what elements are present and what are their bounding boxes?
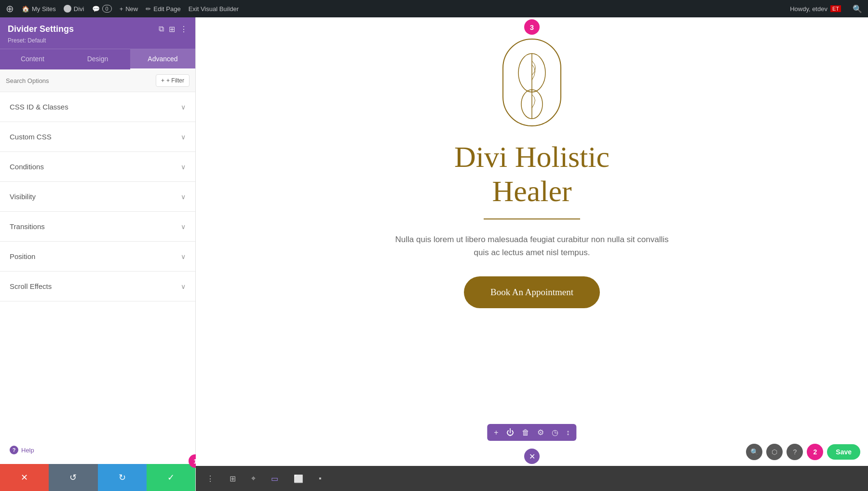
filter-button[interactable]: + + Filter [156, 74, 190, 87]
panel-title: Divider Settings [8, 24, 74, 34]
redo-button[interactable]: ↻ [98, 464, 147, 491]
my-sites-link[interactable]: 🏠 My Sites [22, 5, 56, 13]
accordion-transitions-header[interactable]: Transitions ∨ [0, 212, 195, 241]
redo-icon: ↻ [119, 472, 126, 483]
accordion-position-label: Position [10, 252, 35, 260]
logo-container [501, 37, 563, 130]
settings-section-button[interactable]: ⚙ [537, 428, 544, 437]
close-section-button[interactable]: ✕ [524, 449, 540, 464]
time-section-button[interactable]: ◷ [552, 428, 558, 437]
chevron-down-icon: ∨ [181, 193, 186, 201]
accordion-visibility-label: Visibility [10, 192, 36, 201]
howdy-text: Howdy, etdev ET [790, 5, 841, 13]
hero-title: Divi HolisticHealer [454, 140, 610, 209]
chevron-down-icon: ∨ [181, 103, 186, 111]
plus-icon: + [120, 5, 123, 13]
chevron-down-icon: ∨ [181, 253, 186, 260]
copy-icon[interactable]: ⧉ [159, 25, 164, 34]
comment-icon: 💬 [92, 5, 100, 13]
section-controls-container: ✕ + ⏻ 🗑 ⚙ ◷ ↕ [524, 449, 540, 466]
tab-design[interactable]: Design [65, 49, 130, 69]
accordion-scroll-effects: Scroll Effects ∨ [0, 272, 195, 301]
accordion-list: CSS ID & Classes ∨ Custom CSS ∨ Conditio… [0, 92, 195, 436]
cancel-button[interactable]: ✕ [0, 464, 49, 491]
page-canvas: 3 Divi HolisticHealer [196, 17, 868, 466]
accordion-css-id-label: CSS ID & Classes [10, 103, 68, 111]
cta-button[interactable]: Book An Appointment [464, 276, 600, 308]
power-section-button[interactable]: ⏻ [506, 428, 514, 437]
undo-button[interactable]: ↺ [49, 464, 97, 491]
accordion-css-id-header[interactable]: CSS ID & Classes ∨ [0, 92, 195, 122]
logo-svg [501, 37, 563, 128]
wp-logo-icon[interactable]: ⊕ [6, 3, 14, 14]
cancel-icon: ✕ [21, 472, 28, 483]
right-float-icons: 🔍 ⬡ ? 2 Save [746, 444, 860, 460]
chevron-down-icon: ∨ [181, 283, 186, 290]
tabs-row: Content Design Advanced [0, 49, 195, 69]
tab-content[interactable]: Content [0, 49, 65, 69]
divi-link[interactable]: Divi [64, 5, 84, 13]
content-area: 3 Divi HolisticHealer [196, 17, 868, 491]
accordion-visibility-header[interactable]: Visibility ∨ [0, 182, 195, 211]
user-flag-icon: ET [830, 5, 841, 12]
delete-section-button[interactable]: 🗑 [522, 428, 529, 437]
more-options-button[interactable]: ⋮ [203, 471, 217, 486]
search-float-button[interactable]: 🔍 [746, 444, 762, 460]
divi-icon [64, 5, 71, 13]
sites-icon: 🏠 [22, 5, 29, 13]
desktop-view-button[interactable]: ▭ [268, 471, 281, 486]
save-button[interactable]: Save [827, 444, 860, 460]
accordion-scroll-effects-header[interactable]: Scroll Effects ∨ [0, 272, 195, 301]
accordion-conditions-header[interactable]: Conditions ∨ [0, 152, 195, 181]
divider-line [484, 218, 580, 219]
accordion-transitions: Transitions ∨ [0, 212, 195, 242]
comments-link[interactable]: 💬 0 [92, 5, 112, 13]
badge-2: 2 [807, 444, 823, 460]
help-float-button[interactable]: ? [787, 444, 803, 460]
columns-icon[interactable]: ⊞ [169, 25, 175, 34]
main-layout: Divider Settings ⧉ ⊞ ⋮ Preset: Default C… [0, 17, 868, 491]
badge-3-container: 3 [524, 19, 540, 35]
filter-plus-icon: + [161, 77, 164, 84]
accordion-transitions-label: Transitions [10, 222, 45, 231]
help-label: Help [21, 447, 34, 454]
section-controls-bar: + ⏻ 🗑 ⚙ ◷ ↕ [487, 424, 576, 441]
hero-subtitle: Nulla quis lorem ut libero malesuada feu… [392, 233, 672, 259]
tablet-view-button[interactable]: ⬜ [291, 471, 306, 486]
search-page-button[interactable]: ⌖ [248, 471, 258, 486]
admin-search-icon[interactable]: 🔍 [853, 4, 862, 14]
preset-label: Preset: Default [8, 37, 188, 44]
help-row[interactable]: ? Help [0, 436, 195, 464]
accordion-scroll-effects-label: Scroll Effects [10, 282, 52, 290]
search-input[interactable] [6, 77, 152, 84]
accordion-position-header[interactable]: Position ∨ [0, 242, 195, 271]
accordion-conditions: Conditions ∨ [0, 152, 195, 182]
builder-toolbar: ⋮ ⊞ ⌖ ▭ ⬜ ▪ [196, 466, 868, 491]
edit-page-link[interactable]: ✏ Edit Page [146, 5, 180, 13]
new-link[interactable]: + New [120, 5, 138, 13]
help-icon: ? [10, 446, 18, 454]
chevron-down-icon: ∨ [181, 133, 186, 141]
layers-float-button[interactable]: ⬡ [766, 444, 783, 460]
accordion-visibility: Visibility ∨ [0, 182, 195, 212]
accordion-position: Position ∨ [0, 242, 195, 272]
search-filter-row: + + Filter [0, 69, 195, 92]
tab-advanced[interactable]: Advanced [130, 49, 195, 69]
accordion-css-id: CSS ID & Classes ∨ [0, 92, 195, 122]
accordion-custom-css-header[interactable]: Custom CSS ∨ [0, 122, 195, 151]
mobile-view-button[interactable]: ▪ [316, 471, 325, 486]
panel-header: Divider Settings ⧉ ⊞ ⋮ Preset: Default [0, 17, 195, 49]
add-section-button[interactable]: + [494, 428, 498, 437]
admin-bar: ⊕ 🏠 My Sites Divi 💬 0 + New ✏ Edit Page … [0, 0, 868, 17]
panel-header-icons: ⧉ ⊞ ⋮ [159, 25, 188, 34]
layout-button[interactable]: ⊞ [227, 471, 239, 486]
more-icon[interactable]: ⋮ [180, 25, 188, 34]
edit-icon: ✏ [146, 5, 151, 13]
chevron-down-icon: ∨ [181, 163, 186, 171]
accordion-conditions-label: Conditions [10, 163, 44, 171]
badge-3: 3 [524, 19, 540, 35]
settings-panel: Divider Settings ⧉ ⊞ ⋮ Preset: Default C… [0, 17, 196, 491]
exit-visual-builder-link[interactable]: Exit Visual Builder [189, 5, 239, 13]
resize-section-button[interactable]: ↕ [566, 428, 570, 437]
confirm-button[interactable]: ✓ [147, 464, 195, 491]
